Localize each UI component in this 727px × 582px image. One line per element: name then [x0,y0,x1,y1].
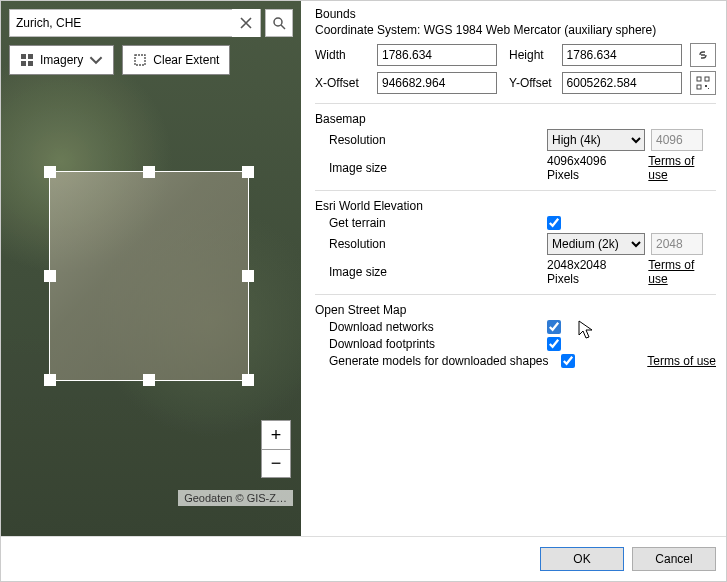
map-pane[interactable]: Imagery Clear Extent + − Geodaten © GIS-… [1,1,301,536]
bounds-title: Bounds [315,7,716,21]
basemap-size-value: 4096x4096 Pixels [547,154,640,182]
settings-panel: Bounds Coordinate System: WGS 1984 Web M… [301,1,726,536]
svg-rect-4 [28,61,33,66]
yoffset-input[interactable] [562,72,682,94]
height-label: Height [509,48,562,62]
height-input[interactable] [562,44,682,66]
gen-models-checkbox[interactable] [561,354,575,368]
handle-n[interactable] [143,166,155,178]
elev-res-select[interactable]: Medium (2k) [547,233,645,255]
svg-rect-10 [708,88,709,89]
basemap-res-px: 4096 [651,129,703,151]
search-icon [272,16,286,30]
svg-rect-9 [705,85,707,87]
basemap-size-label: Image size [329,161,547,175]
search-input[interactable] [10,16,232,30]
svg-rect-1 [21,54,26,59]
link-dimensions-button[interactable] [690,43,716,67]
qr-icon [696,76,710,90]
extent-icon [133,53,147,67]
pick-offset-button[interactable] [690,71,716,95]
xoffset-label: X-Offset [315,76,377,90]
handle-se[interactable] [242,374,254,386]
width-label: Width [315,48,377,62]
basemap-terms-link[interactable]: Terms of use [648,154,716,182]
dl-networks-label: Download networks [329,320,547,334]
extent-selection[interactable] [49,171,249,381]
dl-networks-checkbox[interactable] [547,320,561,334]
ok-button[interactable]: OK [540,547,624,571]
handle-w[interactable] [44,270,56,282]
elev-terms-link[interactable]: Terms of use [648,258,716,286]
svg-rect-6 [697,77,701,81]
elev-size-value: 2048x2048 Pixels [547,258,640,286]
imagery-dropdown[interactable]: Imagery [9,45,114,75]
zoom-in-button[interactable]: + [262,421,290,449]
basemap-title: Basemap [315,112,716,126]
yoffset-label: Y-Offset [509,76,562,90]
elev-size-label: Image size [329,265,547,279]
imagery-label: Imagery [40,53,83,67]
svg-rect-5 [135,55,145,65]
map-attribution: Geodaten © GIS-Z… [178,490,293,506]
zoom-control: + − [261,420,291,478]
handle-ne[interactable] [242,166,254,178]
elevation-title: Esri World Elevation [315,199,716,213]
osm-terms-link[interactable]: Terms of use [647,354,716,368]
xoffset-input[interactable] [377,72,497,94]
search-button[interactable] [265,9,293,37]
extent-imagery [50,172,248,380]
osm-title: Open Street Map [315,303,716,317]
clear-extent-label: Clear Extent [153,53,219,67]
elev-res-px: 2048 [651,233,703,255]
coord-system: Coordinate System: WGS 1984 Web Mercator… [315,23,716,37]
gen-models-label: Generate models for downloaded shapes [329,354,561,368]
svg-point-0 [274,18,282,26]
get-terrain-checkbox[interactable] [547,216,561,230]
zoom-out-button[interactable]: − [262,449,290,477]
handle-s[interactable] [143,374,155,386]
basemap-res-label: Resolution [329,133,547,147]
basemap-res-select[interactable]: High (4k) [547,129,645,151]
chevron-down-icon [89,53,103,67]
handle-sw[interactable] [44,374,56,386]
svg-rect-8 [697,85,701,89]
svg-rect-2 [28,54,33,59]
imagery-icon [20,53,34,67]
dialog-footer: OK Cancel [1,536,726,581]
close-icon [239,16,253,30]
svg-rect-7 [705,77,709,81]
svg-rect-3 [21,61,26,66]
search-box [9,9,261,37]
clear-extent-button[interactable]: Clear Extent [122,45,230,75]
elev-res-label: Resolution [329,237,547,251]
cancel-button[interactable]: Cancel [632,547,716,571]
link-icon [696,48,710,62]
get-terrain-label: Get terrain [329,216,547,230]
width-input[interactable] [377,44,497,66]
clear-search-button[interactable] [232,9,260,37]
dl-footprints-checkbox[interactable] [547,337,561,351]
dl-footprints-label: Download footprints [329,337,547,351]
handle-nw[interactable] [44,166,56,178]
handle-e[interactable] [242,270,254,282]
